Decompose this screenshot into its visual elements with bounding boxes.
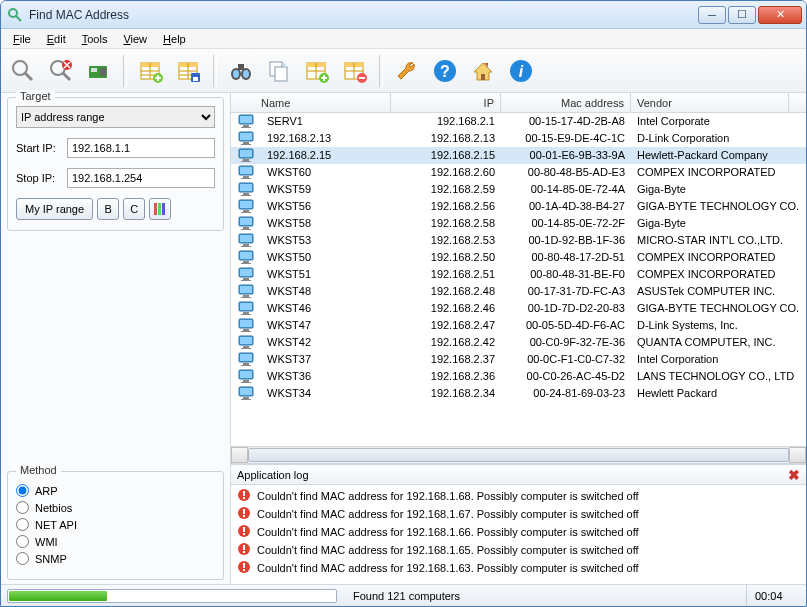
computer-icon (231, 250, 261, 264)
svg-rect-53 (158, 203, 161, 215)
method-option-arp[interactable]: ARP (16, 484, 215, 497)
table-row[interactable]: 192.168.2.15192.168.2.1500-01-E6-9B-33-9… (231, 147, 806, 164)
col-ip[interactable]: IP (391, 93, 501, 112)
menu-help[interactable]: Help (157, 31, 192, 47)
computer-icon (231, 182, 261, 196)
toolbar-table-minus-icon[interactable] (339, 55, 371, 87)
svg-rect-86 (241, 246, 251, 247)
toolbar-info-icon[interactable]: i (505, 55, 537, 87)
cell-ip: 192.168.2.34 (391, 387, 501, 399)
table-row[interactable]: WKST56192.168.2.5600-1A-4D-38-B4-27GIGA-… (231, 198, 806, 215)
svg-rect-82 (241, 229, 251, 230)
cell-name: WKST58 (261, 217, 391, 229)
log-entry[interactable]: Couldn't find MAC address for 192.168.1.… (233, 559, 804, 577)
toolbar-copy-icon[interactable] (263, 55, 295, 87)
cell-mac: 00-15-E9-DE-4C-1C (501, 132, 631, 144)
table-row[interactable]: WKST34192.168.2.3400-24-81-69-03-23Hewle… (231, 385, 806, 402)
cell-vendor: COMPEX INCORPORATED (631, 268, 806, 280)
computer-icon (231, 369, 261, 383)
cell-vendor: QUANTA COMPUTER, INC. (631, 336, 806, 348)
log-entry[interactable]: Couldn't find MAC address for 192.168.1.… (233, 505, 804, 523)
table-row[interactable]: WKST60192.168.2.6000-80-48-B5-AD-E3COMPE… (231, 164, 806, 181)
svg-rect-110 (241, 348, 251, 349)
window-buttons: ─ ☐ ✕ (698, 6, 802, 24)
table-row[interactable]: WKST53192.168.2.5300-1D-92-BB-1F-36MICRO… (231, 232, 806, 249)
svg-rect-56 (240, 116, 252, 123)
log-entry[interactable]: Couldn't find MAC address for 192.168.1.… (233, 523, 804, 541)
svg-rect-112 (240, 354, 252, 361)
computer-icon (231, 199, 261, 213)
toolbar-help-icon[interactable]: ? (429, 55, 461, 87)
svg-rect-125 (243, 497, 245, 499)
table-row[interactable]: WKST51192.168.2.5100-80-48-31-BE-F0COMPE… (231, 266, 806, 283)
minimize-button[interactable]: ─ (698, 6, 726, 24)
start-ip-input[interactable] (67, 138, 215, 158)
table-row[interactable]: WKST59192.168.2.5900-14-85-0E-72-4AGiga-… (231, 181, 806, 198)
cell-mac: 00-1A-4D-38-B4-27 (501, 200, 631, 212)
table-body[interactable]: SERV1192.168.2.100-15-17-4D-2B-A8Intel C… (231, 113, 806, 446)
method-option-wmi[interactable]: WMI (16, 535, 215, 548)
table-row[interactable]: SERV1192.168.2.100-15-17-4D-2B-A8Intel C… (231, 113, 806, 130)
log-body[interactable]: Couldn't find MAC address for 192.168.1.… (231, 485, 806, 584)
toolbar-binoculars-icon[interactable] (225, 55, 257, 87)
table-row[interactable]: WKST58192.168.2.5800-14-85-0E-72-2FGiga-… (231, 215, 806, 232)
col-mac[interactable]: Mac address (501, 93, 631, 112)
target-type-select[interactable]: IP address range (16, 106, 215, 128)
stop-ip-input[interactable] (67, 168, 215, 188)
toolbar-home-icon[interactable] (467, 55, 499, 87)
table-row[interactable]: 192.168.2.13192.168.2.1300-15-E9-DE-4C-1… (231, 130, 806, 147)
svg-line-1 (16, 16, 21, 21)
close-button[interactable]: ✕ (758, 6, 802, 24)
method-option-netbios[interactable]: Netbios (16, 501, 215, 514)
my-ip-range-button[interactable]: My IP range (16, 198, 93, 220)
table-header: Name IP Mac address Vendor (231, 93, 806, 113)
cell-vendor: D-Link Systems, Inc. (631, 319, 806, 331)
cell-vendor: LANS TECHNOLOGY CO., LTD (631, 370, 806, 382)
menu-view[interactable]: View (117, 31, 153, 47)
computer-icon (231, 114, 261, 128)
log-text: Couldn't find MAC address for 192.168.1.… (257, 508, 639, 520)
table-row[interactable]: WKST48192.168.2.4800-17-31-7D-FC-A3ASUST… (231, 283, 806, 300)
col-name[interactable]: Name (231, 93, 391, 112)
table-row[interactable]: WKST36192.168.2.3600-C0-26-AC-45-D2LANS … (231, 368, 806, 385)
cell-name: WKST37 (261, 353, 391, 365)
svg-rect-60 (240, 133, 252, 140)
computer-icon (231, 165, 261, 179)
svg-rect-54 (162, 203, 165, 215)
table-row[interactable]: WKST37192.168.2.3700-0C-F1-C0-C7-32Intel… (231, 351, 806, 368)
cell-name: WKST60 (261, 166, 391, 178)
log-close-icon[interactable]: ✖ (788, 467, 800, 483)
horizontal-scrollbar[interactable] (231, 446, 806, 463)
menu-edit[interactable]: Edit (41, 31, 72, 47)
method-option-snmp[interactable]: SNMP (16, 552, 215, 565)
log-entry[interactable]: Couldn't find MAC address for 192.168.1.… (233, 541, 804, 559)
menu-tools[interactable]: Tools (76, 31, 114, 47)
col-vendor[interactable]: Vendor (631, 93, 789, 112)
toolbar-table-new-icon[interactable] (135, 55, 167, 87)
titlebar: Find MAC Address ─ ☐ ✕ (1, 1, 806, 29)
method-option-net-api[interactable]: NET API (16, 518, 215, 531)
table-row[interactable]: WKST42192.168.2.4200-C0-9F-32-7E-36QUANT… (231, 334, 806, 351)
class-c-button[interactable]: C (123, 198, 145, 220)
svg-rect-72 (240, 184, 252, 191)
menu-file[interactable]: File (7, 31, 37, 47)
table-row[interactable]: WKST47192.168.2.4700-05-5D-4D-F6-ACD-Lin… (231, 317, 806, 334)
toolbar-nic-icon[interactable] (83, 55, 115, 87)
svg-rect-89 (243, 261, 249, 263)
cell-mac: 00-80-48-17-2D-51 (501, 251, 631, 263)
toolbar-wrench-icon[interactable] (391, 55, 423, 87)
toolbar-search-icon[interactable] (7, 55, 39, 87)
class-b-button[interactable]: B (97, 198, 119, 220)
cell-mac: 00-C0-9F-32-7E-36 (501, 336, 631, 348)
ip-list-button[interactable] (149, 198, 171, 220)
svg-line-5 (63, 73, 70, 80)
log-entry[interactable]: Couldn't find MAC address for 192.168.1.… (233, 487, 804, 505)
table-row[interactable]: WKST50192.168.2.5000-80-48-17-2D-51COMPE… (231, 249, 806, 266)
toolbar-table-save-icon[interactable] (173, 55, 205, 87)
cell-name: WKST51 (261, 268, 391, 280)
table-row[interactable]: WKST46192.168.2.4600-1D-7D-D2-20-83GIGA-… (231, 300, 806, 317)
svg-rect-10 (91, 68, 97, 72)
toolbar-table-plus-icon[interactable] (301, 55, 333, 87)
maximize-button[interactable]: ☐ (728, 6, 756, 24)
toolbar-stop-search-icon[interactable] (45, 55, 77, 87)
